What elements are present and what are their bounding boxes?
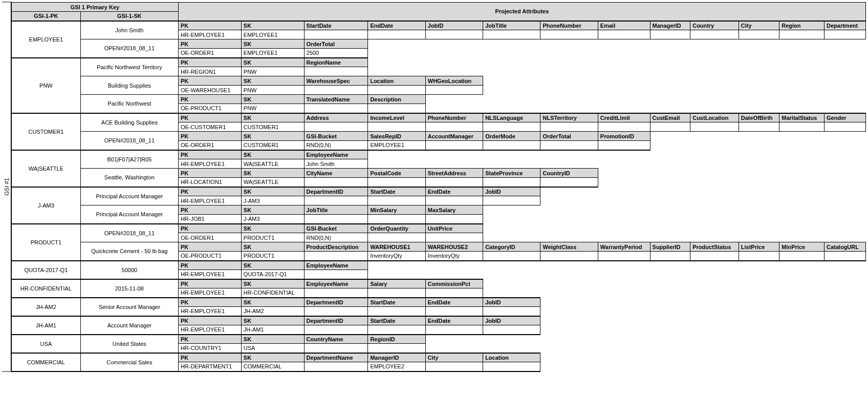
attr-header: AccountManager [425, 132, 483, 141]
attr-header: PK [178, 187, 241, 196]
attr-value [304, 344, 368, 353]
attr-header: RegionName [304, 58, 368, 67]
attr-header: ManagerID [650, 21, 690, 30]
attr-header: OrderTotal [540, 132, 598, 141]
gsi-sk-value: Principal Account Manager [80, 205, 178, 224]
gsi-sk-value: 50000 [80, 261, 178, 279]
attr-header: JobID [425, 21, 483, 30]
gsi-sk-value: John Smith [80, 21, 178, 39]
gsi-sk-value: Senior Account Manager [80, 298, 178, 316]
attr-value: 2500 [304, 49, 368, 58]
attr-value: John Smith [304, 159, 368, 169]
attr-value [739, 30, 779, 39]
attr-value: HR-EMPLOYEE1 [178, 196, 241, 205]
attr-value [368, 178, 425, 187]
attr-value [368, 30, 425, 39]
attr-value [304, 178, 368, 187]
attr-value: EMPLOYEE1 [368, 141, 425, 150]
attr-header: Salary [368, 279, 425, 288]
gsi-sk-value: Pacific Northwest Territory [80, 58, 178, 76]
attr-value [368, 104, 425, 113]
attr-value [304, 86, 368, 95]
attr-value [483, 178, 540, 187]
gsi-pk-value: PNW [12, 58, 81, 113]
attr-header: CategoryID [483, 242, 540, 252]
gsi-pk-value: CUSTOMER1 [12, 113, 81, 150]
attr-header: DepartmentID [304, 316, 368, 325]
attr-header: PromotionID [598, 132, 650, 141]
attr-header: DepartmentID [304, 298, 368, 307]
attr-value [483, 196, 540, 205]
attr-value: PNW [241, 86, 304, 95]
gsi-sk-value: ACE Building Supplies [80, 113, 178, 132]
attr-header: PK [178, 242, 241, 252]
attr-header: SK [241, 335, 304, 344]
gsi-pk-value: HR-CONFIDENTIAL [12, 279, 81, 298]
attr-value: WA|SEATTLE [241, 178, 304, 187]
attr-header: City [739, 21, 779, 30]
attr-value [425, 362, 483, 371]
attr-value [824, 122, 866, 132]
attr-value: HR-EMPLOYEE1 [178, 30, 241, 39]
attr-header: SK [241, 298, 304, 307]
attr-header: PK [178, 150, 241, 159]
gsi-sk-value: OPEN#2018_08_11 [80, 39, 178, 58]
attr-value [304, 104, 368, 113]
attr-header: SK [241, 169, 304, 178]
attr-header: CatalogURL [824, 242, 866, 252]
attr-header: EndDate [425, 316, 483, 325]
attr-header: GSI-Bucket [304, 224, 368, 233]
attr-value [690, 252, 739, 261]
attr-header: MinSalary [368, 205, 425, 215]
attr-value: OE-CUSTOMER1 [178, 122, 241, 132]
attr-header: WAREHOUSE2 [425, 242, 483, 252]
attr-value [304, 362, 368, 371]
attr-header: ManagerID [368, 353, 425, 362]
attr-header: MinPrice [779, 242, 824, 252]
attr-value [425, 178, 483, 187]
attr-value [368, 86, 425, 95]
attr-value: HR-LOCATION1 [178, 178, 241, 187]
gsi-sk-value: Account Manager [80, 316, 178, 335]
attr-value [483, 30, 540, 39]
attr-value: J-AM3 [241, 196, 304, 205]
attr-header: EmployeeName [304, 279, 368, 288]
gsi-sk-value: Principal Account Manager [80, 187, 178, 205]
attr-value [779, 30, 824, 39]
attr-value [425, 307, 483, 316]
gsi-pk-value: EMPLOYEE1 [12, 21, 81, 58]
attr-header: PK [178, 132, 241, 141]
attr-header: OrderTotal [304, 39, 368, 49]
attr-value: OE-ORDER1 [178, 233, 241, 242]
attr-value: InventoryQty [368, 252, 425, 261]
attr-value [483, 122, 540, 132]
attr-header: WAREHOUSE1 [368, 242, 425, 252]
attr-value: OE-WAREHOUSE1 [178, 86, 241, 95]
attr-header: Gender [824, 113, 866, 122]
attr-header: SK [241, 21, 304, 30]
attr-value [824, 252, 866, 261]
attr-header: PK [178, 316, 241, 325]
attr-value: WA|SEATTLE [241, 159, 304, 169]
attr-header: SK [241, 353, 304, 362]
attr-value: InventoryQty [425, 252, 483, 261]
gsi-pk-value: QUOTA-2017-Q1 [12, 261, 81, 279]
attr-value: RND(0,N) [304, 141, 368, 150]
attr-value: PNW [241, 104, 304, 113]
attr-header: PK [178, 169, 241, 178]
gsi-sk-value: Quickcrete Cement - 50 lb bag [80, 242, 178, 261]
attr-value [483, 141, 540, 150]
attr-value [368, 215, 425, 224]
attr-value [304, 122, 368, 132]
attr-header: PK [178, 298, 241, 307]
attr-value [483, 325, 540, 335]
gsi-table: GSI 1 Primary KeyProjected AttributesGSI… [11, 2, 866, 372]
attr-value: HR-CONFIDENTIAL [241, 288, 304, 298]
attr-value [304, 325, 368, 335]
attr-value [425, 30, 483, 39]
attr-header: NLSLanguage [483, 113, 540, 122]
attr-value [425, 325, 483, 335]
gsi-sk-value: B01|F07|A27|R05 [80, 150, 178, 169]
attr-value: HR-JOB1 [178, 215, 241, 224]
attr-header: WarehouseSpec [304, 76, 368, 86]
